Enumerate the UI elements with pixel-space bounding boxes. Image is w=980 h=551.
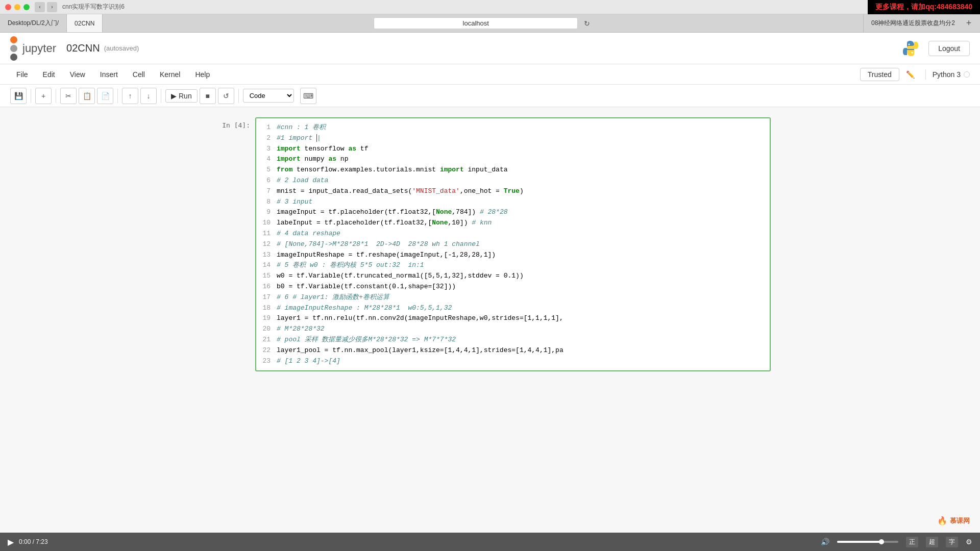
line-num-3: 3 — [262, 144, 277, 155]
line-num-2: 2 — [262, 133, 277, 144]
jupyter-brand-text: jupyter — [22, 42, 56, 55]
menu-cell[interactable]: Cell — [127, 68, 151, 81]
url-bar-area: localhost ↻ — [103, 17, 863, 29]
logo-circle-mid — [10, 45, 17, 52]
navigation-buttons: ‹ › — [35, 2, 57, 12]
line-content-13: imageInputReshape = tf.reshape(imageInpu… — [277, 250, 764, 261]
maximize-button[interactable] — [23, 4, 30, 10]
subtitle-btn-1[interactable]: 正 — [906, 537, 918, 547]
line-content-17: # 6 # layer1: 激励函数+卷积运算 — [277, 292, 764, 303]
jupyter-logo: jupyter — [10, 36, 56, 61]
browser-tab-08[interactable]: 08神经网络通近股票收盘均分2 — [863, 14, 963, 32]
code-line-22: 22 layer1_pool = tf.nn.max_pool(layer1,k… — [262, 345, 764, 356]
jupyter-logo-circles — [10, 36, 17, 61]
cell-label: In [4]: — [209, 117, 255, 371]
header-right: Logout — [900, 38, 970, 59]
code-line-2: 2 #1 import | — [262, 133, 764, 144]
code-line-1: 1 #cnn : 1 卷积 — [262, 122, 764, 133]
line-num-22: 22 — [262, 345, 277, 356]
keyboard-shortcut-button[interactable]: ⌨ — [300, 88, 316, 104]
subtitle-btn-2[interactable]: 超 — [926, 537, 938, 547]
line-content-7: mnist = input_data.read_data_sets('MNIST… — [277, 186, 764, 197]
menu-file[interactable]: File — [10, 68, 34, 81]
browser-tab-desktop[interactable]: Desktop/DL/2入门/ — [0, 14, 67, 32]
copy-button[interactable]: 📋 — [79, 88, 95, 104]
settings-icon[interactable]: ⚙ — [966, 538, 972, 546]
play-pause-button[interactable]: ▶ — [8, 537, 14, 547]
menubar: File Edit View Insert Cell Kernel Help T… — [0, 64, 980, 85]
browser-bar: Desktop/DL/2入门/ 02CNN localhost ↻ 08神经网络… — [0, 14, 980, 33]
menu-view[interactable]: View — [64, 68, 91, 81]
toolbar-separator-2 — [56, 89, 56, 103]
restart-button[interactable]: ↺ — [218, 88, 234, 104]
reload-button[interactable]: ↻ — [582, 18, 592, 29]
move-up-button[interactable]: ↑ — [122, 88, 138, 104]
volume-icon[interactable]: 🔊 — [821, 538, 829, 546]
code-area: 1 #cnn : 1 卷积 2 #1 import | 3 import ten… — [262, 122, 764, 366]
volume-fill — [837, 541, 880, 543]
line-num-6: 6 — [262, 176, 277, 186]
menu-kernel[interactable]: Kernel — [154, 68, 186, 81]
watermark-icon: 🔥 — [937, 516, 947, 525]
volume-knob[interactable] — [879, 539, 884, 544]
minimize-button[interactable] — [14, 4, 20, 10]
watermark-text: 慕课网 — [950, 516, 970, 525]
toolbar-separator-4 — [161, 89, 161, 103]
logout-button[interactable]: Logout — [928, 41, 970, 56]
bottom-bar: ▶ 0:00 / 7:23 🔊 正 超 字 ⚙ — [0, 533, 980, 551]
line-content-16: b0 = tf.Variable(tf.constant(0.1,shape=[… — [277, 282, 764, 292]
cell-type-select[interactable]: Code — [243, 89, 294, 103]
trusted-button[interactable]: Trusted — [860, 68, 899, 81]
line-content-12: # [None,784]->M*28*28*1 2D->4D 28*28 wh … — [277, 239, 764, 250]
code-cell-4: In [4]: 1 #cnn : 1 卷积 2 #1 import | — [209, 117, 771, 371]
add-cell-button[interactable]: + — [35, 88, 52, 104]
browser-tab-02cnn[interactable]: 02CNN — [67, 14, 103, 32]
run-button[interactable]: ▶ Run — [165, 89, 198, 103]
save-button[interactable]: 💾 — [10, 88, 27, 104]
logo-circle-bot — [10, 54, 17, 61]
menu-edit[interactable]: Edit — [37, 68, 61, 81]
line-content-20: # M*28*28*32 — [277, 324, 764, 335]
watermark: 🔥 慕课网 — [937, 516, 970, 525]
volume-progress-bar[interactable] — [837, 541, 898, 543]
line-num-12: 12 — [262, 239, 277, 250]
code-line-4: 4 import numpy as np — [262, 154, 764, 165]
main-content: In [4]: 1 #cnn : 1 卷积 2 #1 import | — [0, 107, 980, 533]
line-content-5: from tensorflow.examples.tutorials.mnist… — [277, 165, 764, 176]
line-num-20: 20 — [262, 324, 277, 335]
new-tab-button[interactable]: + — [963, 17, 975, 30]
code-line-5: 5 from tensorflow.examples.tutorials.mni… — [262, 165, 764, 176]
bottom-controls: 🔊 正 超 字 ⚙ — [821, 537, 972, 547]
line-content-14: # 5 卷积 w0 : 卷积内核 5*5 out:32 in:1 — [277, 260, 764, 271]
close-button[interactable] — [5, 4, 11, 10]
url-bar[interactable]: localhost — [374, 17, 578, 29]
code-line-11: 11 # 4 data reshape — [262, 229, 764, 239]
cell-content[interactable]: 1 #cnn : 1 卷积 2 #1 import | 3 import ten… — [255, 117, 771, 371]
menu-help[interactable]: Help — [189, 68, 216, 81]
code-line-6: 6 # 2 load data — [262, 176, 764, 186]
line-num-1: 1 — [262, 122, 277, 133]
forward-button[interactable]: › — [47, 2, 57, 12]
notebook-title[interactable]: 02CNN — [66, 42, 100, 54]
kernel-status-indicator — [964, 71, 970, 78]
back-button[interactable]: ‹ — [35, 2, 45, 12]
code-line-16: 16 b0 = tf.Variable(tf.constant(0.1,shap… — [262, 282, 764, 292]
stop-button[interactable]: ■ — [200, 88, 216, 104]
toolbar-separator-3 — [117, 89, 118, 103]
line-num-15: 15 — [262, 271, 277, 282]
code-line-8: 8 # 3 input — [262, 197, 764, 208]
move-down-button[interactable]: ↓ — [140, 88, 157, 104]
line-num-14: 14 — [262, 260, 277, 271]
cut-button[interactable]: ✂ — [60, 88, 77, 104]
menu-insert[interactable]: Insert — [94, 68, 124, 81]
svg-point-1 — [912, 52, 913, 53]
subtitle-btn-3[interactable]: 字 — [946, 537, 958, 547]
line-num-23: 23 — [262, 356, 277, 367]
autosaved-label: (autosaved) — [104, 44, 139, 52]
code-line-14: 14 # 5 卷积 w0 : 卷积内核 5*5 out:32 in:1 — [262, 260, 764, 271]
python-logo-icon — [900, 38, 921, 59]
paste-button[interactable]: 📄 — [97, 88, 113, 104]
code-line-20: 20 # M*28*28*32 — [262, 324, 764, 335]
line-num-4: 4 — [262, 154, 277, 165]
edit-icon[interactable]: ✏️ — [906, 70, 915, 79]
